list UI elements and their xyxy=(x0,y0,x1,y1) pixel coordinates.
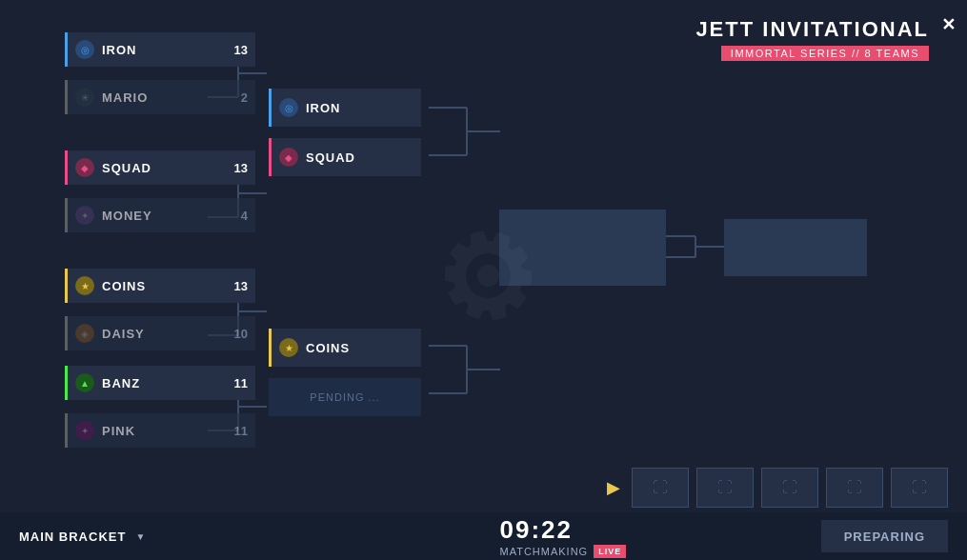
semifinal-top xyxy=(499,210,666,250)
team-icon-squad: ◆ xyxy=(75,158,94,177)
timer-section: 09:22 MATCHMAKING LIVE xyxy=(305,515,821,558)
team-name-squad: SQUAD xyxy=(102,161,227,175)
team-name-coins-r2: COINS xyxy=(306,341,413,355)
bottom-bar: MAIN BRACKET ▼ 09:22 MATCHMAKING LIVE PR… xyxy=(0,512,967,560)
team-row-pink-r1: ✦ PINK 11 xyxy=(65,413,255,448)
team-icon-mario: ✳ xyxy=(75,88,94,107)
team-name-squad-r2: SQUAD xyxy=(306,150,413,165)
timer-label-group: 09:22 MATCHMAKING LIVE xyxy=(499,515,626,558)
team-icon-iron-r2: ◎ xyxy=(279,98,298,117)
close-button[interactable]: ✕ xyxy=(941,14,956,35)
dropdown-icon[interactable]: ▼ xyxy=(135,531,146,542)
thumb-arrow-icon: ▶ xyxy=(607,477,620,498)
team-row-mario-r1: ✳ MARIO 2 xyxy=(65,80,255,114)
thumbnail-5[interactable]: ⛶ xyxy=(891,468,948,508)
live-badge: LIVE xyxy=(594,545,626,558)
preparing-button[interactable]: PREPARING xyxy=(821,520,948,552)
team-score-squad: 13 xyxy=(234,161,248,175)
team-name-pink: PINK xyxy=(102,424,227,438)
team-row-squad-r1: ◆ SQUAD 13 xyxy=(65,150,255,185)
team-row-coins-r1: ★ COINS 13 xyxy=(65,269,255,303)
image-icon-1: ⛶ xyxy=(653,479,668,496)
team-icon-money: ✦ xyxy=(75,206,94,225)
team-icon-daisy: ◈ xyxy=(75,324,94,343)
thumbnail-1[interactable]: ⛶ xyxy=(632,468,689,508)
team-icon-pink: ✦ xyxy=(75,421,94,440)
team-name-money: MONEY xyxy=(102,209,233,223)
image-icon-4: ⛶ xyxy=(847,479,862,496)
team-icon-banz: ▲ xyxy=(75,373,94,392)
thumbnail-3[interactable]: ⛶ xyxy=(761,468,818,508)
pending-text: PENDING ... xyxy=(310,391,379,403)
team-name-mario: MARIO xyxy=(102,90,233,105)
team-row-daisy-r1: ◈ DAISY 10 xyxy=(65,316,255,350)
team-icon-coins-r2: ★ xyxy=(279,338,298,357)
team-score-iron: 13 xyxy=(234,43,248,57)
event-title: JETT INVITATIONAL xyxy=(695,17,929,42)
team-icon-squad-r2: ◆ xyxy=(279,148,298,167)
team-row-squad-r2: ◆ SQUAD xyxy=(269,138,421,176)
thumbnail-strip: ▶ ⛶ ⛶ ⛶ ⛶ ⛶ xyxy=(607,468,948,508)
team-score-banz: 11 xyxy=(234,376,248,390)
matchmaking-label: MATCHMAKING xyxy=(499,546,588,557)
team-name-iron-r2: IRON xyxy=(306,101,413,115)
team-score-coins: 13 xyxy=(234,279,248,293)
semifinal-bottom xyxy=(499,246,666,286)
event-subtitle: IMMORTAL SERIES // 8 TEAMS xyxy=(721,46,929,61)
timer-value: 09:22 xyxy=(499,515,626,545)
thumbnail-4[interactable]: ⛶ xyxy=(826,468,883,508)
team-name-banz: BANZ xyxy=(102,376,227,390)
team-row-pending-r2: PENDING ... xyxy=(269,378,421,416)
team-row-iron-r2: ◎ IRON xyxy=(269,89,421,127)
team-icon-coins: ★ xyxy=(75,276,94,295)
bracket-label: MAIN BRACKET ▼ xyxy=(0,530,305,544)
team-row-banz-r1: ▲ BANZ 11 xyxy=(65,366,255,400)
team-row-iron-r1: ◎ IRON 13 xyxy=(65,32,255,67)
team-score-money: 4 xyxy=(241,209,248,223)
team-name-iron: IRON xyxy=(102,43,227,57)
team-name-coins: COINS xyxy=(102,279,227,293)
team-score-mario: 2 xyxy=(241,90,248,105)
image-icon-5: ⛶ xyxy=(912,479,927,496)
event-header: JETT INVITATIONAL IMMORTAL SERIES // 8 T… xyxy=(695,17,929,61)
team-score-daisy: 10 xyxy=(234,327,248,341)
image-icon-3: ⛶ xyxy=(782,479,797,496)
team-icon-iron: ◎ xyxy=(75,40,94,59)
bracket-label-text: MAIN BRACKET xyxy=(19,530,126,544)
final-box xyxy=(724,219,867,276)
team-score-pink: 11 xyxy=(234,424,248,438)
team-name-daisy: DAISY xyxy=(102,327,227,341)
team-row-coins-r2: ★ COINS xyxy=(269,329,421,367)
thumbnail-2[interactable]: ⛶ xyxy=(696,468,754,508)
image-icon-2: ⛶ xyxy=(717,479,733,496)
team-row-money-r1: ✦ MONEY 4 xyxy=(65,198,255,232)
